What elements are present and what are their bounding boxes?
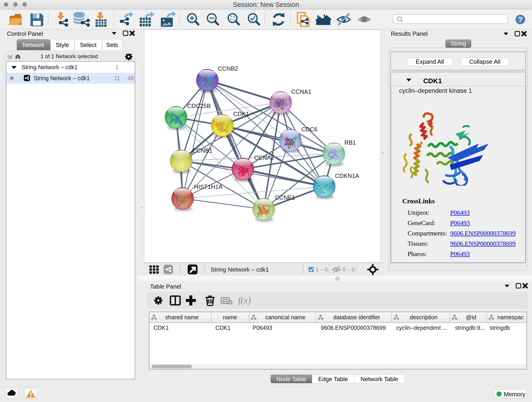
- svg-text:CCNB1: CCNB1: [192, 147, 212, 154]
- svg-text:RB1: RB1: [344, 139, 356, 146]
- svg-text:CDC6: CDC6: [301, 126, 317, 133]
- svg-text:String Network – cdk1: String Network – cdk1: [210, 266, 269, 273]
- svg-text:shared name: shared name: [165, 314, 199, 320]
- svg-text:CDC25B: CDC25B: [187, 102, 211, 109]
- svg-text:canonical name: canonical name: [265, 314, 305, 320]
- svg-text:CDKN1A: CDKN1A: [335, 172, 359, 179]
- svg-text:database identifier: database identifier: [333, 314, 380, 320]
- svg-text:CCNE1: CCNE1: [275, 194, 295, 201]
- svg-text:name: name: [223, 314, 237, 320]
- svg-text:@id: @id: [466, 314, 476, 320]
- svg-text:0 – 0: 0 – 0: [342, 266, 355, 273]
- svg-text:CCNA1: CCNA1: [291, 88, 311, 95]
- svg-text:f(x): f(x): [238, 295, 251, 306]
- svg-text:CCNB2: CCNB2: [218, 65, 238, 72]
- svg-text:namespac: namespac: [497, 314, 524, 320]
- svg-text:CDK1: CDK1: [233, 110, 249, 117]
- svg-text:1 – 0: 1 – 0: [316, 266, 328, 273]
- svg-text:HIST1H1A: HIST1H1A: [194, 183, 223, 190]
- svg-text:?: ?: [518, 15, 523, 24]
- svg-text:CCNA2: CCNA2: [254, 154, 274, 161]
- svg-text:description: description: [410, 314, 438, 320]
